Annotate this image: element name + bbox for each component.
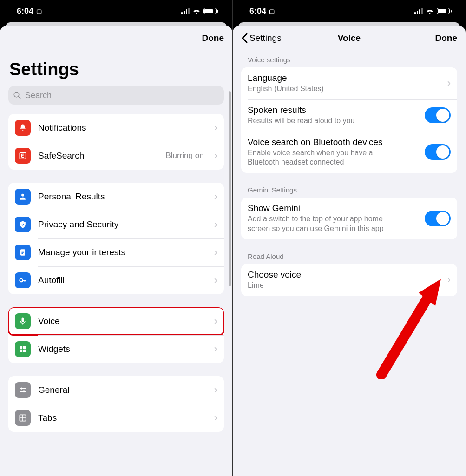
cellular-icon <box>414 8 423 14</box>
row-value: Blurring on <box>165 151 203 160</box>
voice-sheet: Settings Voice Done Voice settingsLangua… <box>233 26 466 476</box>
row-subtitle: Add a switch to the top of your app home… <box>248 214 420 234</box>
status-time: 6:04 ▢ <box>249 7 275 16</box>
svg-rect-12 <box>20 350 22 352</box>
page-title: Voice <box>338 33 361 43</box>
shield-icon <box>15 217 31 232</box>
status-bar: 6:04 ▢ 71 <box>0 0 232 22</box>
chevron-right-icon: › <box>214 274 217 286</box>
chevron-right-icon: › <box>214 384 217 396</box>
svg-point-17 <box>23 390 25 392</box>
row-label: Language <box>248 73 420 83</box>
svg-point-15 <box>20 388 22 390</box>
search-placeholder: Search <box>25 91 52 100</box>
screenshot-right: 6:04 ▢ 71 Settings Voice Done Voice sett… <box>233 0 466 476</box>
row-subtitle: English (United States) <box>248 84 352 94</box>
search-input[interactable]: Search <box>8 86 224 105</box>
explicit-icon <box>15 148 31 164</box>
svg-rect-10 <box>20 346 22 349</box>
chevron-right-icon: › <box>214 343 217 355</box>
settings-row-tabs[interactable]: Tabs› <box>8 404 224 432</box>
settings-row-personal[interactable]: Personal Results› <box>8 183 224 211</box>
row-label: Widgets <box>38 344 204 354</box>
toggle-gemini[interactable] <box>425 211 451 226</box>
chevron-left-icon <box>241 33 248 43</box>
search-icon <box>13 91 21 99</box>
row-label: Privacy and Security <box>38 219 204 230</box>
settings-group: Personal Results›Privacy and Security›Ma… <box>8 183 224 294</box>
settings-row-language[interactable]: LanguageEnglish (United States)› <box>241 67 457 99</box>
section-header: Voice settings <box>241 56 457 67</box>
portrait-lock-icon: ▢ <box>269 8 275 15</box>
settings-row-privacy[interactable]: Privacy and Security› <box>8 211 224 238</box>
svg-rect-13 <box>23 350 26 352</box>
chevron-right-icon: › <box>214 150 217 162</box>
wifi-icon <box>426 8 434 14</box>
settings-group: Voice›Widgets› <box>8 307 224 363</box>
widgets-icon <box>15 341 31 357</box>
bell-icon <box>15 120 31 136</box>
status-right: 71 <box>181 8 218 14</box>
row-label: Voice <box>38 316 204 326</box>
row-label: Spoken results <box>248 105 420 115</box>
row-subtitle: Results will be read aloud to you <box>248 116 382 126</box>
settings-sheet: Done Settings Search Notifications›SafeS… <box>0 26 232 476</box>
svg-point-8 <box>20 279 23 282</box>
battery-icon: 71 <box>203 8 218 14</box>
chevron-right-icon: › <box>214 246 217 258</box>
doc-icon <box>15 245 31 260</box>
settings-list: Notifications›SafeSearchBlurring on›Pers… <box>0 114 232 476</box>
done-button[interactable]: Done <box>435 33 458 43</box>
settings-row-autofill[interactable]: Autofill› <box>8 266 224 294</box>
mic-icon <box>15 313 31 329</box>
svg-rect-9 <box>22 318 24 322</box>
wifi-icon <box>192 8 201 14</box>
section-header: Gemini Settings <box>241 186 457 198</box>
settings-row-interests[interactable]: Manage your interests› <box>8 238 224 266</box>
screenshot-left: 6:04 ▢ 71 Done Settings Search Notificat… <box>0 0 233 476</box>
svg-line-1 <box>18 96 20 99</box>
portrait-lock-icon: ▢ <box>36 8 42 15</box>
row-label: Choose voice <box>248 270 420 280</box>
row-label: Notifications <box>38 123 204 133</box>
key-icon <box>15 272 31 288</box>
row-label: Personal Results <box>38 192 204 202</box>
settings-row-notifications[interactable]: Notifications› <box>8 114 224 142</box>
chevron-right-icon: › <box>214 191 217 203</box>
row-label: Manage your interests <box>38 247 204 258</box>
voice-settings-list: Voice settingsLanguageEnglish (United St… <box>233 47 466 476</box>
chevron-right-icon: › <box>214 122 217 134</box>
row-label: SafeSearch <box>38 151 158 161</box>
cellular-icon <box>181 8 190 14</box>
settings-row-safesearch[interactable]: SafeSearchBlurring on› <box>8 142 224 170</box>
toggle-spoken[interactable] <box>425 107 451 123</box>
settings-group: General›Tabs› <box>8 376 224 432</box>
svg-rect-11 <box>23 346 26 349</box>
nav-bar: Done <box>0 26 232 47</box>
settings-row-voice[interactable]: Voice› <box>8 307 224 335</box>
settings-row-general[interactable]: General› <box>8 376 224 404</box>
scrollbar[interactable] <box>229 91 231 286</box>
chevron-right-icon: › <box>447 274 451 286</box>
toggle-bt[interactable] <box>425 144 451 160</box>
back-button[interactable]: Settings <box>241 33 282 43</box>
status-time: 6:04 ▢ <box>17 7 42 16</box>
section-header: Read Aloud <box>241 252 457 264</box>
nav-bar: Settings Voice Done <box>233 26 466 47</box>
row-subtitle: Lime <box>248 281 292 291</box>
row-label: Show Gemini <box>248 203 420 213</box>
settings-row-choose[interactable]: Choose voiceLime› <box>241 264 457 296</box>
status-right: 71 <box>414 8 452 14</box>
battery-icon: 71 <box>437 8 452 14</box>
row-label: Voice search on Bluetooth devices <box>248 137 420 147</box>
row-subtitle: Enable voice search when you have a Blue… <box>248 148 420 168</box>
row-label: Autofill <box>38 275 204 285</box>
person-icon <box>15 189 31 205</box>
row-label: Tabs <box>38 413 204 423</box>
svg-point-3 <box>21 194 24 197</box>
done-button[interactable]: Done <box>202 33 224 43</box>
settings-group: Notifications›SafeSearchBlurring on› <box>8 114 224 170</box>
settings-group: Show GeminiAdd a switch to the top of yo… <box>241 198 457 239</box>
settings-group: Choose voiceLime› <box>241 264 457 296</box>
settings-row-widgets[interactable]: Widgets› <box>8 335 224 363</box>
